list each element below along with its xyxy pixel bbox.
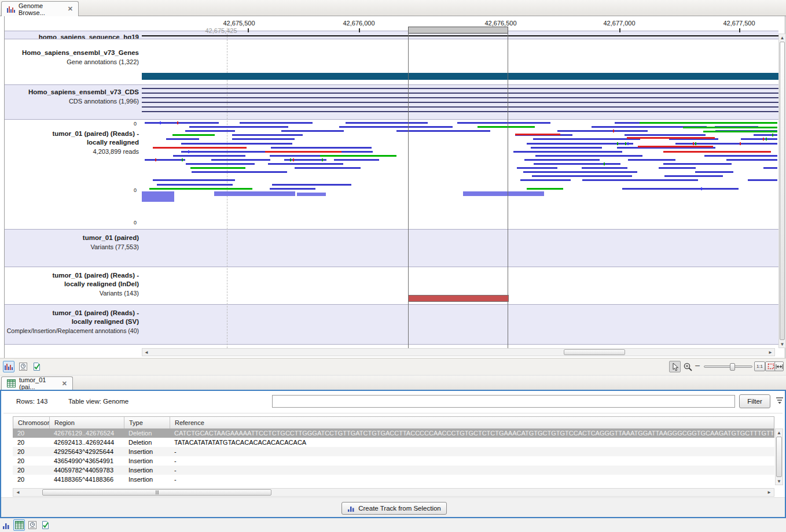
track-subtitle-variants: Variants (77,553)	[0, 243, 139, 251]
column-header-type[interactable]: Type	[124, 417, 170, 429]
column-header-region[interactable]: Region	[50, 417, 124, 429]
table-row[interactable]: 20 42925643^42925644 Insertion -	[13, 447, 774, 456]
table-icon	[7, 379, 16, 387]
track-row-sequence: homo_sapiens_sequence_hg19	[5, 31, 778, 39]
table-row[interactable]: 20 43654990^43654991 Insertion -	[13, 456, 774, 466]
variant-table-panel: Rows: 143 Table view: Genome Filter Chro…	[0, 390, 786, 518]
header-divider	[3, 413, 783, 413]
zoom-out-button[interactable]: −	[693, 361, 701, 372]
table-icon	[15, 521, 24, 529]
vscroll-thumb[interactable]	[780, 42, 785, 340]
ruler-tick	[359, 28, 360, 32]
track-name-reads-2: locally realigned	[5, 138, 139, 147]
track-chart-icon	[5, 363, 13, 371]
track-name-indel-2: locally realigned (InDel)	[5, 280, 139, 289]
ruler-tick-label: 42,677,500	[723, 20, 755, 27]
rows-count-label: Rows: 143	[16, 398, 47, 405]
browser-toolbar: − + 1:1	[0, 358, 786, 375]
track-view-switch[interactable]	[2, 522, 10, 529]
zoom-slider[interactable]	[704, 365, 752, 368]
scroll-up-icon[interactable]: ▲	[776, 430, 782, 435]
mini-chart-icon	[347, 505, 355, 512]
zoom-selection-icon	[767, 363, 774, 370]
filter-button[interactable]: Filter	[739, 394, 770, 408]
track-name-cds: Homo_sapiens_ensembl_v73_CDS	[5, 88, 139, 97]
mini-chart-icon	[2, 522, 10, 529]
coverage-axis-zero: 0	[128, 187, 137, 193]
close-icon[interactable]: ✕	[68, 5, 73, 13]
table-body: 20 42676129..42676524 Deletion CATCTGCAC…	[1, 428, 774, 485]
track-name-sequence: homo_sapiens_sequence_hg19	[5, 33, 139, 39]
scroll-left-icon[interactable]: ◄	[144, 349, 149, 356]
selection-cursor-button[interactable]	[669, 361, 681, 372]
table-view-label: Table view: Genome	[68, 398, 128, 405]
track-name-genes: Homo_sapiens_ensembl_v73_Genes	[5, 49, 139, 57]
application-window: Genome Browse... ✕ homo_sapiens_sequence…	[0, 0, 786, 532]
deletion-variant-bar[interactable]	[408, 295, 509, 302]
browser-tabbar: Genome Browse... ✕	[0, 0, 786, 16]
coverage-axis-zero: 0	[128, 220, 137, 226]
scroll-right-icon[interactable]: ►	[766, 489, 772, 496]
scroll-down-icon[interactable]: ▼	[776, 478, 782, 484]
table-row[interactable]: 20 42692413..42692444 Deletion TATACATAT…	[13, 438, 774, 447]
vscroll-thumb[interactable]	[776, 437, 782, 477]
element-info-button[interactable]	[31, 361, 42, 372]
track-subtitle-sv: Complex/Insertion/Replacement annotation…	[0, 327, 139, 335]
fit-width-icon	[776, 364, 783, 370]
browser-vscrollbar[interactable]: ▲ ▼	[778, 34, 786, 348]
table-vscrollbar[interactable]: ▲ ▼	[775, 428, 783, 485]
selection-region-handle[interactable]	[408, 27, 508, 34]
table-row[interactable]: 20 44059782^44059783 Insertion -	[13, 466, 774, 475]
zoom-tool-button[interactable]	[682, 361, 693, 372]
scroll-left-icon[interactable]: ◄	[15, 489, 21, 496]
hscroll-thumb[interactable]	[564, 349, 625, 355]
track-view-button[interactable]	[3, 361, 14, 372]
tab-variant-table[interactable]: tumor_01 (pai... ✕	[1, 376, 73, 390]
ruler-cursor-position-label: 42,675,425	[205, 27, 237, 34]
table-row[interactable]: 20 42676129..42676524 Deletion CATCTGCAC…	[13, 428, 774, 438]
table-tabbar: tumor_01 (pai... ✕	[0, 376, 786, 390]
track-name-variants: tumor_01 (paired)	[5, 234, 139, 242]
ruler-tick	[248, 28, 249, 32]
column-header-chromosome[interactable]: Chromosome	[13, 417, 50, 429]
tab-title: Genome Browse...	[19, 2, 62, 16]
zoom-100-button[interactable]: 1:1	[754, 361, 765, 371]
ruler-tick-label: 42,677,000	[603, 20, 635, 27]
coverage-axis-zero: 0	[128, 121, 137, 127]
zoom-100-label: 1:1	[756, 364, 763, 369]
magnifier-plus-icon	[683, 362, 693, 372]
table-view-switch[interactable]	[13, 519, 25, 531]
track-name-indel-1: tumor_01 (paired) (Reads) -	[5, 271, 139, 280]
table-row[interactable]: 20 44188365^44188366 Insertion -	[13, 475, 774, 484]
zoom-slider-thumb[interactable]	[730, 363, 735, 371]
advanced-filter-toggle[interactable]	[775, 397, 784, 404]
fit-width-button[interactable]	[774, 361, 784, 371]
track-subtitle-cds: CDS annotations (1,996)	[0, 97, 139, 105]
table-footer: Create Track from Selection	[1, 497, 785, 517]
filter-search-input[interactable]	[272, 395, 735, 408]
create-track-button[interactable]: Create Track from Selection	[341, 502, 447, 515]
element-info-switch[interactable]	[39, 519, 51, 531]
history-view-switch[interactable]	[27, 519, 38, 531]
tab-genome-browser[interactable]: Genome Browse... ✕	[1, 1, 79, 16]
ruler-tick-label: 42,675,500	[223, 20, 255, 27]
history-view-button[interactable]	[17, 361, 29, 372]
close-icon[interactable]: ✕	[62, 380, 67, 387]
scroll-right-icon[interactable]: ►	[767, 349, 773, 356]
table-hscrollbar[interactable]: ◄ ►	[13, 488, 774, 497]
browser-hscrollbar[interactable]: ◄ ►	[142, 348, 775, 356]
track-subtitle-indel: Variants (143)	[0, 289, 139, 297]
history-icon	[19, 362, 28, 371]
history-icon	[28, 520, 37, 530]
hscroll-thumb[interactable]	[42, 489, 271, 496]
scroll-down-icon[interactable]: ▼	[779, 341, 785, 347]
view-switch-bar	[0, 519, 786, 532]
track-chart-icon	[7, 5, 15, 13]
track-name-reads-1: tumor_01 (paired) (Reads) -	[5, 130, 139, 138]
scroll-up-icon[interactable]: ▲	[779, 35, 785, 40]
column-header-reference[interactable]: Reference	[170, 417, 774, 429]
tab-title: tumor_01 (pai...	[19, 376, 56, 390]
table-header-row: Chromosome Region Type Reference	[13, 416, 774, 428]
document-check-icon	[32, 362, 41, 371]
track-name-sv-1: tumor_01 (paired) (Reads) -	[5, 309, 139, 317]
